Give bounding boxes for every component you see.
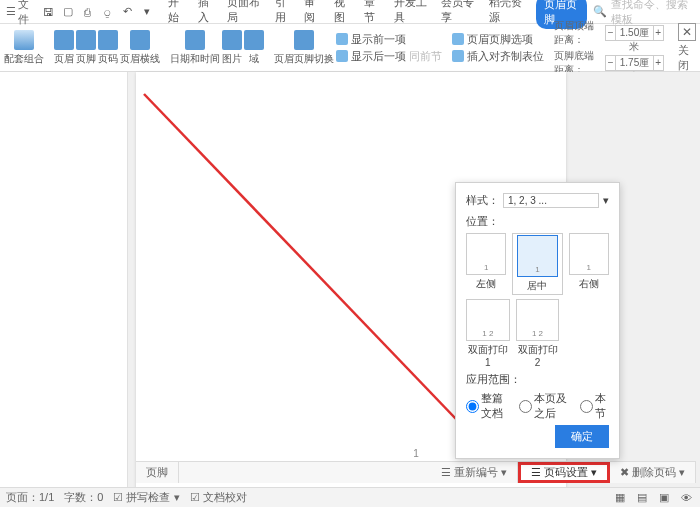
hfline-button[interactable]: 页眉横线: [120, 30, 160, 66]
close-icon: ✕: [678, 23, 696, 41]
search-icon: 🔍: [593, 5, 607, 18]
inc-button[interactable]: +: [653, 25, 664, 41]
pagenum-button[interactable]: 页码: [98, 30, 118, 66]
side-panel: [0, 72, 128, 487]
header-button[interactable]: 页眉: [54, 30, 74, 66]
position-thumbs-row1: 1左侧 1居中 1右侧: [466, 233, 609, 295]
header-distance-value: 1.50厘米: [616, 25, 652, 41]
hfline-icon: [130, 30, 150, 50]
switch-icon: [294, 30, 314, 50]
position-label: 位置：: [466, 214, 609, 229]
chevron-down-icon[interactable]: ▾: [603, 194, 609, 207]
scope-whole[interactable]: 整篇文档: [466, 391, 513, 421]
dec-button[interactable]: −: [605, 25, 616, 41]
shownext-button[interactable]: 显示后一项 同前节: [336, 49, 442, 64]
showprev-icon: [336, 33, 348, 45]
renumber-button[interactable]: ☰重新编号 ▾: [431, 462, 518, 483]
hfoptions-button[interactable]: 页眉页脚选项: [452, 32, 544, 47]
datetime-button[interactable]: 日期和时间: [170, 30, 220, 66]
scope-section[interactable]: 本节: [580, 391, 609, 421]
datetime-icon: [185, 30, 205, 50]
footer-tab[interactable]: 页脚: [136, 462, 179, 483]
switch-button[interactable]: 页眉页脚切换: [274, 30, 334, 66]
scope-radios: 整篇文档 本页及之后 本节: [466, 391, 609, 421]
field-button[interactable]: 域: [244, 30, 264, 66]
thumb-duplex1[interactable]: 1 2双面打印1: [466, 299, 510, 368]
field-icon: [244, 30, 264, 50]
thumb-duplex2[interactable]: 1 2双面打印2: [516, 299, 560, 368]
ok-button[interactable]: 确定: [555, 425, 609, 448]
ribbon: 配套组合 页眉 页脚 页码 页眉横线 日期和时间 图片 域 页眉页脚切换 显示前…: [0, 24, 700, 72]
hfoptions-icon: [452, 33, 464, 45]
delete-icon: ✖: [620, 466, 629, 479]
footer-toolbar: 1 页脚 ☰重新编号 ▾ ☰页码设置 ▾ ✖删除页码 ▾: [136, 461, 696, 483]
distance-group: 页眉顶端距离： − 1.50厘米 + 页脚底端距离： − 1.75厘米 +: [554, 19, 664, 77]
picture-icon: [222, 30, 242, 50]
style-select[interactable]: 1, 2, 3 ...: [503, 193, 599, 208]
undo-icon[interactable]: ↶: [120, 4, 134, 20]
showprev-button[interactable]: 显示前一项: [336, 32, 442, 47]
word-count: 字数：0: [64, 490, 103, 505]
renumber-icon: ☰: [441, 466, 451, 479]
view-mode-1-icon[interactable]: ▦: [612, 490, 628, 506]
new-icon[interactable]: ▢: [61, 4, 75, 20]
proofread-toggle[interactable]: ☑ 文档校对: [190, 490, 247, 505]
pagenum-popup: 样式： 1, 2, 3 ... ▾ 位置： 1左侧 1居中 1右侧 1 2双面打…: [455, 182, 620, 459]
header-distance-stepper[interactable]: 页眉顶端距离： − 1.50厘米 +: [554, 19, 664, 47]
combo-button[interactable]: 配套组合: [4, 30, 44, 66]
print-icon[interactable]: ⎙: [81, 4, 95, 20]
show-group: 显示前一项 显示后一项 同前节: [336, 32, 442, 64]
picture-button[interactable]: 图片: [222, 30, 242, 66]
redo-icon[interactable]: ▾: [140, 4, 154, 20]
close-hf-button[interactable]: ✕ 关闭: [678, 23, 696, 73]
footer-icon: [76, 30, 96, 50]
file-menu[interactable]: ☰ 文件: [6, 0, 35, 27]
scope-after[interactable]: 本页及之后: [519, 391, 574, 421]
view-mode-3-icon[interactable]: ▣: [656, 490, 672, 506]
options-group: 页眉页脚选项 插入对齐制表位: [452, 32, 544, 64]
thumb-left[interactable]: 1左侧: [466, 233, 506, 295]
thumb-right[interactable]: 1右侧: [569, 233, 609, 295]
inc-button[interactable]: +: [653, 55, 664, 71]
footer-button[interactable]: 页脚: [76, 30, 96, 66]
header-icon: [54, 30, 74, 50]
pagenum-settings-button[interactable]: ☰页码设置 ▾: [518, 462, 610, 483]
view-mode-2-icon[interactable]: ▤: [634, 490, 650, 506]
shownext-icon: [336, 50, 348, 62]
eye-icon[interactable]: 👁: [678, 490, 694, 506]
pagenum-icon: [98, 30, 118, 50]
combo-icon: [14, 30, 34, 50]
scope-label: 应用范围：: [466, 372, 609, 387]
page-status: 页面：1/1: [6, 490, 54, 505]
thumb-center[interactable]: 1居中: [512, 233, 562, 295]
spellcheck-toggle[interactable]: ☑ 拼写检查 ▾: [113, 490, 179, 505]
delete-pagenum-button[interactable]: ✖删除页码 ▾: [610, 462, 696, 483]
style-label: 样式：: [466, 193, 499, 208]
page-number-display: 1: [413, 448, 419, 459]
dec-button[interactable]: −: [605, 55, 616, 71]
footer-distance-value: 1.75厘米: [616, 55, 652, 71]
inserttab-icon: [452, 50, 464, 62]
settings-icon: ☰: [531, 466, 541, 479]
preview-icon[interactable]: ⍜: [101, 4, 115, 20]
save-icon[interactable]: 🖫: [41, 4, 55, 20]
inserttab-button[interactable]: 插入对齐制表位: [452, 49, 544, 64]
position-thumbs-row2: 1 2双面打印1 1 2双面打印2: [466, 299, 609, 368]
status-bar: 页面：1/1 字数：0 ☑ 拼写检查 ▾ ☑ 文档校对 ▦ ▤ ▣ 👁: [0, 487, 700, 507]
